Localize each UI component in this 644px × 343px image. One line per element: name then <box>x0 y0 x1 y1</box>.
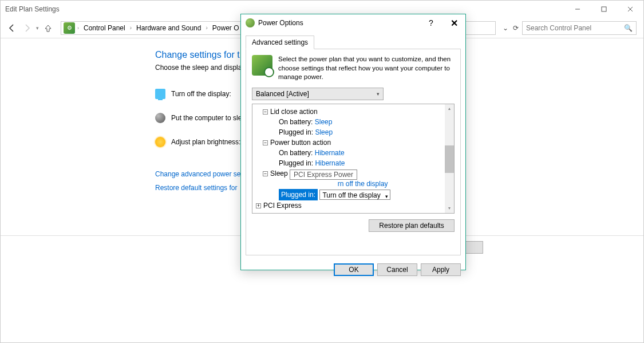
tree-leaf-powerbtn-battery[interactable]: On battery: Hibernate <box>255 148 442 158</box>
recent-locations-icon[interactable]: ▾ <box>36 25 39 31</box>
plan-select[interactable]: Balanced [Active] ▾ <box>252 88 384 100</box>
apply-button[interactable]: Apply <box>421 263 461 276</box>
search-box[interactable]: 🔍 <box>522 21 637 35</box>
dialog-buttons: OK Cancel Apply <box>241 260 465 282</box>
setting-brightness-label: Adjust plan brightness: <box>171 138 240 146</box>
tooltip: PCI Express Power <box>290 169 357 180</box>
minimize-button[interactable] <box>564 1 591 18</box>
dialog-title: Power Options <box>258 19 303 27</box>
tree-node-power-button[interactable]: −Power button action <box>255 137 442 148</box>
setting-display-label: Turn off the display: <box>171 90 231 98</box>
description-text: Select the power plan that you want to c… <box>278 55 455 82</box>
tree-leaf-powerbtn-plugged[interactable]: Plugged in: Hibernate <box>255 158 442 168</box>
ok-button[interactable]: OK <box>334 263 374 276</box>
cancel-button[interactable]: Cancel <box>377 263 417 276</box>
address-bar-controls: ⌄ ⟳ <box>503 24 519 32</box>
tree-content: −Lid close action On battery: Sleep Plug… <box>252 104 445 214</box>
power-options-dialog: Power Options ? ✕ Advanced settings Sele… <box>240 14 466 270</box>
chevron-down-icon: ▾ <box>377 91 380 97</box>
tabstrip: Advanced settings <box>246 35 461 49</box>
chevron-down-icon[interactable]: ⌄ <box>503 24 508 32</box>
sleep-plugged-select[interactable]: Turn off the display▾ <box>319 190 390 200</box>
chevron-right-icon: › <box>77 25 79 31</box>
scroll-up-icon[interactable]: ▴ <box>445 104 454 113</box>
svg-rect-1 <box>602 7 606 11</box>
tree-leaf-lid-battery[interactable]: On battery: Sleep <box>255 117 442 127</box>
restore-plan-defaults-button[interactable]: Restore plan defaults <box>369 219 455 232</box>
battery-plan-icon <box>252 55 272 76</box>
chevron-right-icon: › <box>206 25 207 31</box>
forward-button[interactable] <box>21 22 33 34</box>
collapse-icon[interactable]: − <box>263 140 268 145</box>
brightness-icon <box>155 137 165 147</box>
expand-icon[interactable]: + <box>256 203 261 208</box>
search-input[interactable] <box>526 24 624 32</box>
chevron-right-icon: › <box>130 25 132 31</box>
dialog-close-button[interactable]: ✕ <box>442 18 465 29</box>
collapse-icon[interactable]: − <box>263 171 268 176</box>
selected-label: Plugged in: <box>279 189 318 200</box>
back-button[interactable] <box>6 22 18 34</box>
control-panel-icon: ⚙ <box>64 22 75 34</box>
tree-node-pci-express[interactable]: +PCI Express <box>255 200 442 211</box>
sleep-icon <box>155 113 165 123</box>
breadcrumb-hardware-sound[interactable]: Hardware and Sound <box>134 23 203 33</box>
scroll-thumb[interactable] <box>445 145 454 173</box>
breadcrumb-control-panel[interactable]: Control Panel <box>81 23 128 33</box>
setting-sleep-label: Put the computer to sle <box>171 114 242 122</box>
dialog-titlebar[interactable]: Power Options ? ✕ <box>241 14 465 31</box>
collapse-icon[interactable]: − <box>263 109 268 115</box>
window-controls <box>564 1 643 18</box>
tree-leaf-sleepbtn-battery[interactable]: On battery: rn off the display <box>255 179 442 189</box>
help-button[interactable]: ? <box>420 18 442 27</box>
display-icon <box>155 89 165 99</box>
description-row: Select the power plan that you want to c… <box>252 55 455 82</box>
power-options-icon <box>246 18 255 27</box>
breadcrumb: Control Panel › Hardware and Sound › Pow… <box>81 23 242 33</box>
window-title: Edit Plan Settings <box>5 5 60 13</box>
dialog-body: Advanced settings Select the power plan … <box>241 31 465 260</box>
tab-advanced-settings[interactable]: Advanced settings <box>246 36 314 49</box>
plan-select-value: Balanced [Active] <box>256 90 309 98</box>
chevron-down-icon: ▾ <box>385 191 388 202</box>
up-button[interactable] <box>42 22 54 34</box>
search-icon: 🔍 <box>624 24 633 32</box>
refresh-icon[interactable]: ⟳ <box>513 24 519 32</box>
tree-leaf-lid-plugged[interactable]: Plugged in: Sleep <box>255 127 442 137</box>
tree-node-processor[interactable]: +Processor power management <box>255 211 442 214</box>
maximize-button[interactable] <box>591 1 617 18</box>
scroll-down-icon[interactable]: ▾ <box>445 204 454 213</box>
restore-row: Restore plan defaults <box>252 219 455 232</box>
tree-node-lid[interactable]: −Lid close action <box>255 107 442 117</box>
settings-tree: −Lid close action On battery: Sleep Plug… <box>252 104 455 214</box>
scrollbar[interactable]: ▴ ▾ <box>445 104 454 213</box>
tree-leaf-sleepbtn-plugged[interactable]: Plugged in: Turn off the display▾ <box>255 189 442 200</box>
close-button[interactable] <box>617 1 643 18</box>
tab-panel: Select the power plan that you want to c… <box>246 49 461 255</box>
breadcrumb-power-options[interactable]: Power O <box>210 23 242 33</box>
